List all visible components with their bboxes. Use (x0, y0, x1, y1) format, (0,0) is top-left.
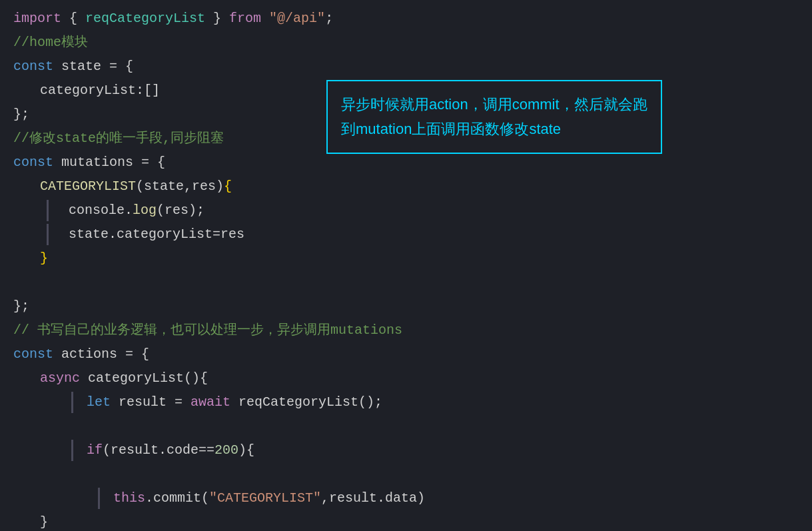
code-line: if (result.code== 200 ){ (0, 438, 812, 462)
code-line: const state = { (0, 55, 812, 79)
tooltip-line2: 到mutation上面调用函数修改state (341, 121, 561, 137)
code-line: const actions = { (0, 342, 812, 366)
code-line: } (0, 510, 812, 531)
code-line: import { reqCategoryList } from "@/api" … (0, 7, 812, 31)
code-line (0, 414, 812, 438)
code-editor: import { reqCategoryList } from "@/api" … (0, 0, 812, 531)
code-line: console . log (res); (0, 199, 812, 223)
code-line (0, 462, 812, 486)
code-line: state.categoryList=res (0, 223, 812, 247)
code-line: let result = await reqCategoryList(); (0, 390, 812, 414)
code-line: } (0, 247, 812, 270)
code-line: CATEGORYLIST (state,res) { (0, 175, 812, 199)
code-line: }; (0, 294, 812, 318)
tooltip-line1: 异步时候就用action，调用commit，然后就会跑 (341, 96, 647, 113)
code-line: async categoryList(){ (0, 366, 812, 390)
code-line: const mutations = { (0, 151, 812, 175)
tooltip-annotation: 异步时候就用action，调用commit，然后就会跑 到mutation上面调… (326, 80, 662, 154)
code-line: // 书写自己的业务逻辑，也可以处理一步，异步调用mutations (0, 318, 812, 342)
code-line (0, 270, 812, 294)
keyword-import: import (13, 8, 61, 29)
code-line: //home模块 (0, 31, 812, 55)
code-line: this .commit( "CATEGORYLIST" ,result.dat… (0, 486, 812, 510)
